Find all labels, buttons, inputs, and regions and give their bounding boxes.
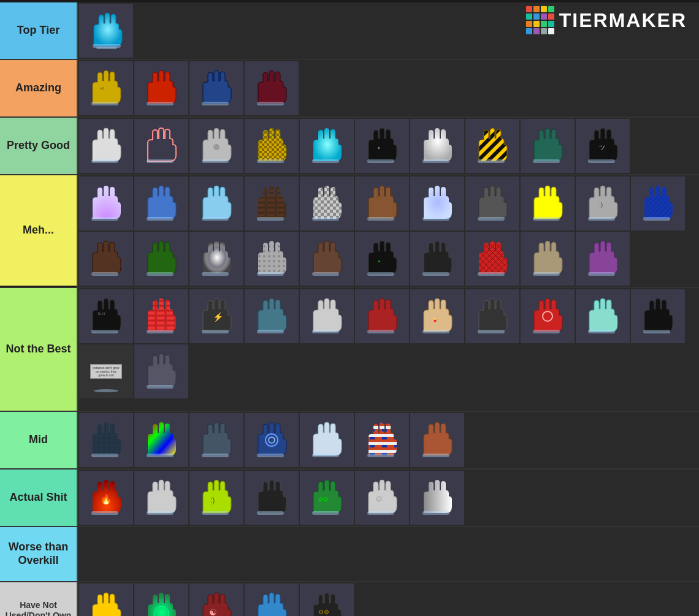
svg-rect-47 [147, 272, 174, 276]
glove-item [631, 289, 685, 343]
svg-rect-98 [202, 511, 229, 515]
tier-row-not-used: Have Not Used/Don't Own ☯ ⚙⚙ [0, 582, 699, 616]
svg-text::): :) [599, 202, 603, 208]
tier-label-top: Top Tier [0, 2, 77, 59]
svg-rect-36 [312, 217, 339, 221]
svg-rect-99 [257, 511, 284, 515]
svg-rect-52 [312, 272, 339, 276]
svg-rect-18 [367, 159, 394, 163]
glove-item: ツ [576, 119, 630, 173]
svg-rect-86 [257, 454, 284, 457]
svg-rect-7 [91, 159, 118, 163]
glove-item [245, 289, 299, 343]
tier-items-worse [77, 527, 699, 581]
glove-item [79, 413, 133, 467]
svg-rect-54 [367, 272, 394, 276]
svg-rect-40 [533, 217, 560, 221]
glove-item [189, 119, 243, 173]
glove-item [245, 232, 299, 286]
glove-item [189, 413, 243, 467]
glove-item [576, 289, 630, 343]
svg-rect-28 [202, 217, 229, 221]
tier-items-meh: :) ⬥ [77, 175, 699, 287]
glove-item [189, 232, 243, 286]
svg-text:☯: ☯ [209, 607, 217, 616]
tier-items-not-used: ☯ ⚙⚙ [77, 582, 699, 616]
glove-item [79, 232, 133, 286]
glove-item [134, 471, 188, 525]
svg-rect-25 [588, 159, 615, 163]
svg-rect-77 [147, 385, 174, 389]
tier-row-mid: Mid [0, 412, 699, 470]
svg-rect-71 [422, 330, 449, 333]
tier-row-not-best: Not the Best TEXT ⚡ 🍟 potatoes don't gro… [0, 288, 699, 412]
tiermaker-header: TiERMAKER [526, 6, 687, 34]
svg-rect-19 [422, 159, 449, 163]
svg-rect-48 [202, 272, 229, 276]
tier-row-amazing: Amazing ♪♫ [0, 60, 699, 118]
tier-label-pretty-good: Pretty Good [0, 118, 77, 174]
svg-rect-93 [422, 454, 449, 457]
glove-item: ✦ [355, 119, 409, 173]
glove-item [410, 413, 464, 467]
svg-text:TEXT: TEXT [97, 312, 105, 316]
tier-label-not-used: Have Not Used/Don't Own [0, 582, 77, 616]
svg-rect-75 [588, 330, 615, 333]
svg-rect-104 [422, 511, 449, 515]
svg-text:ツ: ツ [599, 144, 605, 151]
glove-item: ☯ [189, 584, 243, 616]
glove-item [134, 344, 188, 398]
svg-text:♪♫: ♪♫ [100, 86, 105, 90]
svg-rect-92 [367, 454, 394, 457]
glove-item [134, 413, 188, 467]
svg-rect-68 [312, 330, 339, 333]
glove-item [300, 413, 354, 467]
svg-rect-42 [588, 217, 615, 221]
tier-row-meh: Meh... :) ⬥ [0, 175, 699, 288]
glove-item [79, 584, 133, 616]
glove-item: ⚙⚙ [300, 584, 354, 616]
svg-rect-23 [533, 159, 560, 163]
glove-item [245, 119, 299, 173]
glove-item: ✿✿ [300, 471, 354, 525]
svg-rect-16 [312, 159, 339, 163]
svg-rect-55 [422, 272, 449, 276]
svg-rect-95 [91, 511, 118, 515]
tier-row-worse: Worse than Overkill [0, 527, 699, 582]
svg-rect-96 [147, 511, 174, 515]
svg-rect-8 [147, 159, 174, 163]
svg-text:⚡: ⚡ [213, 312, 224, 322]
svg-text:☺: ☺ [375, 493, 383, 503]
glove-item [465, 119, 519, 173]
tier-label-not-best: Not the Best [0, 288, 77, 411]
svg-rect-69 [367, 330, 394, 333]
glove-item [355, 289, 409, 343]
svg-rect-82 [147, 454, 174, 457]
glove-item [300, 232, 354, 286]
svg-rect-22 [478, 159, 505, 163]
glove-item: potatoes don't grow on stands, they grow… [79, 344, 133, 398]
svg-rect-57 [478, 272, 505, 276]
glove-item [465, 177, 519, 230]
glove-item [576, 232, 630, 286]
glove-item [79, 119, 133, 173]
glove-item [465, 232, 519, 286]
glove-item [521, 289, 575, 343]
svg-text:🔥: 🔥 [100, 493, 112, 505]
svg-rect-67 [257, 330, 284, 333]
glove-item: TEXT [79, 289, 133, 343]
tier-items-mid [77, 412, 699, 468]
glove-item [410, 471, 464, 525]
glove-item [245, 413, 299, 467]
glove-item [410, 119, 464, 173]
tier-items-not-best: TEXT ⚡ 🍟 potatoes don't grow on stands, … [77, 288, 699, 411]
glove-item: ☺ [355, 471, 409, 525]
svg-rect-76 [643, 330, 670, 333]
glove-item [245, 177, 299, 230]
glove-item [79, 4, 133, 58]
glove-item [134, 584, 188, 616]
svg-text:✿✿: ✿✿ [318, 496, 328, 503]
glove-item [521, 232, 575, 286]
svg-rect-61 [91, 330, 118, 333]
glove-item: 🔥 [79, 471, 133, 525]
